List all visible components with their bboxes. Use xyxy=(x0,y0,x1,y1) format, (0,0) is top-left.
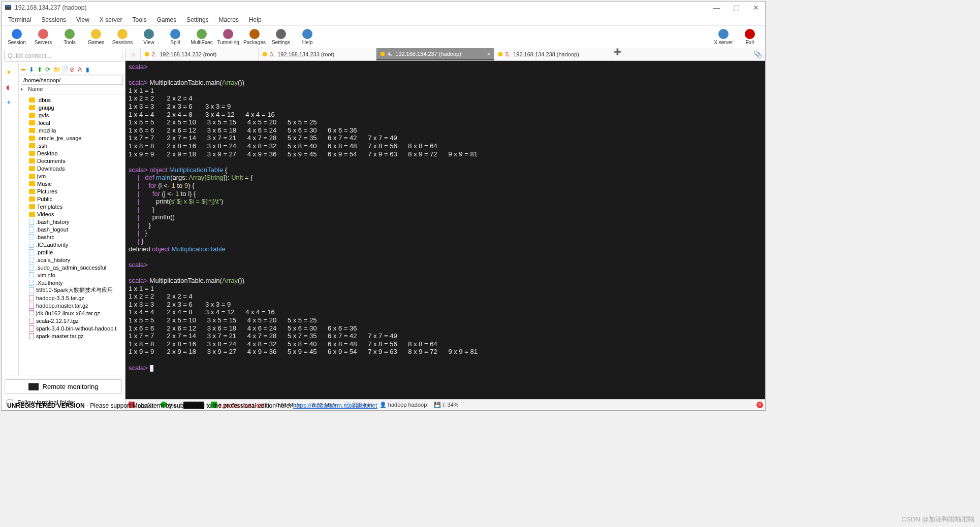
delete-icon[interactable]: ⊘ xyxy=(70,66,76,72)
monitor-icon xyxy=(28,383,39,390)
tunneling-icon xyxy=(223,29,233,39)
download-icon[interactable]: ⬇ xyxy=(29,66,35,72)
archive-icon xyxy=(29,303,34,309)
file-item[interactable]: Public xyxy=(29,195,123,203)
file-item[interactable]: Videos xyxy=(29,210,123,218)
file-item[interactable]: Templates xyxy=(29,203,123,210)
file-item[interactable]: .ICEauthority xyxy=(29,241,123,248)
file-item[interactable]: .bashrc xyxy=(29,233,123,241)
toolbar-tunneling-button[interactable]: Tunneling xyxy=(216,29,240,45)
toolbar-session-button[interactable]: Session xyxy=(5,29,29,45)
upload-icon[interactable]: ⬆ xyxy=(37,66,43,72)
rename-icon[interactable]: A xyxy=(78,66,84,72)
file-icon xyxy=(29,280,34,286)
menu-games[interactable]: Games xyxy=(152,15,182,25)
file-item[interactable]: Downloads xyxy=(29,164,123,172)
menu-settings[interactable]: Settings xyxy=(181,15,213,25)
terminal-tab[interactable]: 4.192.168.134.237 (hadoop)× xyxy=(376,48,494,60)
file-item[interactable]: .scala_history xyxy=(29,256,123,264)
toolbar-games-button[interactable]: Games xyxy=(84,29,108,45)
file-item[interactable]: .bash_history xyxy=(29,218,123,225)
file-item[interactable]: .viminfo xyxy=(29,271,123,279)
terminal-tab[interactable]: 2.192.168.134.232 (root) xyxy=(141,48,259,60)
toolbar-exit-button[interactable]: Exit xyxy=(738,29,762,45)
terminal[interactable]: scala> scala> MultiplicationTable.main(A… xyxy=(125,61,765,399)
menu-help[interactable]: Help xyxy=(244,15,267,25)
file-item[interactable]: Pictures xyxy=(29,187,123,195)
maximize-button[interactable]: ▢ xyxy=(730,4,743,12)
file-list-header[interactable]: Name xyxy=(19,86,125,95)
toolbar-multiexec-button[interactable]: MultiExec xyxy=(189,29,214,45)
file-item[interactable]: hadoop-3.3.5.tar.gz xyxy=(29,294,123,302)
quick-connect-input[interactable]: Quick connect... xyxy=(4,50,122,62)
file-item[interactable]: scala-2.12.17.tgz xyxy=(29,317,123,324)
remote-monitoring-button[interactable]: Remote monitoring xyxy=(5,379,122,394)
file-item[interactable]: Documents xyxy=(29,157,123,164)
toolbar-tools-button[interactable]: Tools xyxy=(57,29,82,45)
tab-close-icon[interactable]: × xyxy=(487,50,491,58)
file-item[interactable]: .Xauthority xyxy=(29,279,123,286)
file-item[interactable]: .profile xyxy=(29,248,123,256)
home-tab[interactable]: ⌂ xyxy=(125,48,141,60)
menu-macros[interactable]: Macros xyxy=(214,15,244,25)
back-icon[interactable]: ⬅ xyxy=(21,66,27,72)
toolbar-packages-button[interactable]: Packages xyxy=(242,29,267,45)
file-item[interactable]: Desktop xyxy=(29,149,123,157)
toolbar-sessions-button[interactable]: Sessions xyxy=(110,29,135,45)
menu-terminal[interactable]: Terminal xyxy=(3,15,36,25)
file-item[interactable]: hadoop.master.tar.gz xyxy=(29,302,123,309)
file-item[interactable]: .dbus xyxy=(29,96,123,104)
file-item[interactable]: .ssh xyxy=(29,142,123,149)
file-item[interactable]: jvm xyxy=(29,172,123,180)
file-icon xyxy=(29,242,34,248)
sftp-path-input[interactable] xyxy=(21,76,123,85)
menu-view[interactable]: View xyxy=(71,15,94,25)
newfolder-icon[interactable]: 📁 xyxy=(53,66,59,72)
file-item[interactable]: spark-master.tar.gz xyxy=(29,332,123,340)
menu-sessions[interactable]: Sessions xyxy=(36,15,71,25)
macros-tab-icon[interactable] xyxy=(6,114,14,122)
file-item[interactable]: .mozilla xyxy=(29,126,123,134)
file-item[interactable]: Music xyxy=(29,180,123,187)
status-close-button[interactable]: ✕ xyxy=(756,402,763,408)
props-icon[interactable]: ▮ xyxy=(86,66,92,72)
file-item[interactable]: .oracle_jre_usage xyxy=(29,134,123,142)
file-list[interactable]: .dbus.gnupg.gvfs.local.mozilla.oracle_jr… xyxy=(19,95,125,372)
new-tab-button[interactable]: ➕ xyxy=(612,48,622,60)
toolbar-split-button[interactable]: Split xyxy=(163,29,187,45)
file-item[interactable]: jdk-8u162-linux-x64.tar.gz xyxy=(29,309,123,317)
favorites-tab-icon[interactable]: ★ xyxy=(6,69,14,77)
file-item[interactable]: .gvfs xyxy=(29,111,123,119)
toolbar-help-button[interactable]: Help xyxy=(295,29,320,45)
file-icon xyxy=(29,249,34,255)
folder-icon xyxy=(29,143,35,148)
sftp-toolbar: ⬅ ⬇ ⬆ ⟳ 📁 📄 ⊘ A ▮ xyxy=(19,63,125,75)
toolbar-view-button[interactable]: View xyxy=(137,29,161,45)
close-button[interactable]: ✕ xyxy=(750,4,762,12)
file-item[interactable]: .local xyxy=(29,119,123,126)
attach-icon[interactable]: 📎 xyxy=(753,50,762,58)
session-icon xyxy=(263,52,267,56)
toolbar-settings-button[interactable]: Settings xyxy=(269,29,293,45)
sessions-tab-icon[interactable]: ◖ xyxy=(6,84,14,92)
menu-tools[interactable]: Tools xyxy=(128,15,152,25)
terminal-line: 1 x 5 = 5 2 x 5 = 10 3 x 5 = 15 4 x 5 = … xyxy=(129,316,762,324)
footer-link[interactable]: https://mobaxterm.mobatek.net xyxy=(293,402,377,409)
file-item[interactable]: spark-3.4.0-bin-without-hadoop.t xyxy=(29,324,123,332)
file-item[interactable]: .sudo_as_admin_successful xyxy=(29,264,123,271)
file-item[interactable]: .bash_logout xyxy=(29,225,123,233)
file-item[interactable]: .gnupg xyxy=(29,104,123,111)
toolbar-servers-button[interactable]: Servers xyxy=(31,29,55,45)
newfile-icon[interactable]: 📄 xyxy=(61,66,68,72)
file-icon xyxy=(29,234,34,240)
toolbar-x-server-button[interactable]: X server xyxy=(711,29,736,45)
refresh-icon[interactable]: ⟳ xyxy=(45,66,51,72)
terminal-line: 1 x 6 = 6 2 x 6 = 12 3 x 6 = 18 4 x 6 = … xyxy=(129,324,762,333)
minimize-button[interactable]: — xyxy=(710,4,723,12)
terminal-tab[interactable]: 5.192.168.134.238 (hadoop) xyxy=(494,48,612,60)
file-item[interactable]: 59510-Spark大数据技术与应用 xyxy=(29,286,123,294)
terminal-tab[interactable]: 3.192.168.134.233 (root) xyxy=(259,48,376,60)
terminal-line: | for (j <- 1 to i) { xyxy=(129,190,762,198)
tools-tab-icon[interactable]: ✈ xyxy=(6,99,14,107)
menu-x-server[interactable]: X server xyxy=(94,15,128,25)
